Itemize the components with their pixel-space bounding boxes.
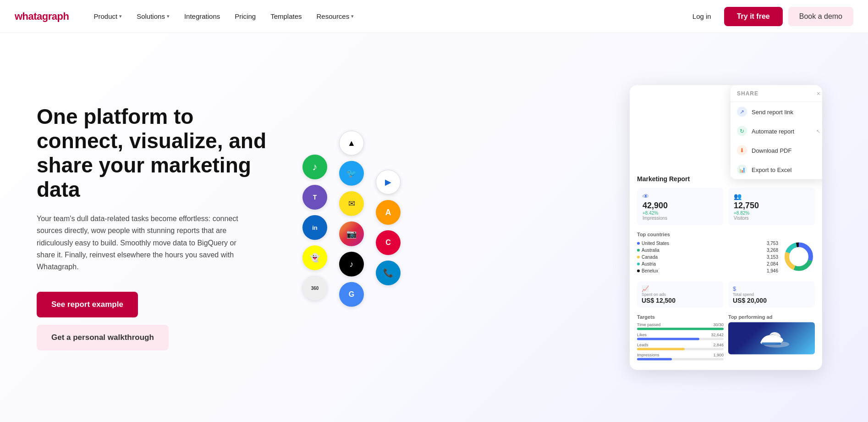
icons-column-1: ♪ T in 👻 360: [302, 155, 327, 300]
bing-icon: ▶: [376, 170, 401, 194]
navbar: whatagraph Product ▾ Solutions ▾ Integra…: [0, 0, 868, 33]
ads-icon: 📈: [642, 285, 719, 292]
hero-visual: ♪ T in 👻 360 ▲ 🐦 ✉ 📷 ♪ G ▶ A C 📞: [275, 90, 831, 365]
visitors-icon: 👥: [734, 193, 809, 200]
visitors-label: Visitors: [734, 216, 809, 221]
total-spend-value: US$ 20,000: [733, 297, 810, 304]
visitors-change: +8.82%: [734, 211, 809, 216]
threads-icon: T: [302, 185, 327, 210]
login-button[interactable]: Log in: [685, 9, 719, 24]
instagram-icon: 📷: [339, 222, 364, 246]
export-excel-item[interactable]: 📊 Export to Excel: [731, 160, 822, 179]
mailchimp-icon: ✉: [339, 191, 364, 216]
hero-text: One platform to connect, visualize, and …: [37, 105, 275, 350]
logo360-icon: 360: [302, 276, 327, 300]
countries-section-title: Top countries: [637, 232, 815, 237]
eye-icon: 👁: [643, 193, 718, 200]
bottom-row: Targets Time passed 30/30 Likes 32,64: [637, 314, 815, 363]
automate-report-item[interactable]: ↻ Automate report ↖: [731, 122, 822, 141]
snapchat-icon: 👻: [302, 245, 327, 270]
nav-templates[interactable]: Templates: [264, 9, 308, 24]
google-icon: G: [339, 282, 364, 307]
hero-description: Your team's dull data-related tasks beco…: [37, 213, 257, 273]
see-report-button[interactable]: See report example: [37, 292, 138, 317]
nav-pricing[interactable]: Pricing: [228, 9, 262, 24]
country-row: United States 3,753: [637, 241, 778, 246]
metrics-row: 👁 42,900 +8.42% Impressions 👥 12,750 +8.…: [637, 188, 815, 225]
automate-icon: ↻: [737, 126, 747, 136]
icons-column-3: ▶ A C 📞: [376, 170, 401, 285]
total-icon: $: [733, 285, 810, 292]
nav-product[interactable]: Product ▾: [87, 9, 128, 24]
country-row: Benelux 1,946: [637, 268, 778, 273]
pdf-icon: ⬇: [737, 145, 747, 155]
share-panel-title: SHARE: [737, 90, 758, 97]
phone-icon: 📞: [376, 261, 401, 285]
share-panel: SHARE × ↗ Send report link ↻ Automate re…: [731, 85, 822, 179]
spend-ads-value: US$ 12,500: [642, 297, 719, 304]
icons-column-2: ▲ 🐦 ✉ 📷 ♪ G: [339, 131, 364, 307]
visitors-metric: 👥 12,750 +8.82% Visitors: [728, 188, 815, 225]
nav-links: Product ▾ Solutions ▾ Integrations Prici…: [87, 9, 685, 24]
chevron-down-icon: ▾: [167, 13, 170, 19]
target-bar-leads: Leads 2,846: [637, 343, 724, 350]
nav-resources[interactable]: Resources ▾: [310, 9, 361, 24]
country-row: Australia 3,268: [637, 248, 778, 253]
top-ad-image: [728, 322, 815, 355]
shoe-svg: [753, 327, 790, 350]
share-link-icon: ↗: [737, 107, 747, 117]
visitors-value: 12,750: [734, 201, 809, 211]
book-demo-button[interactable]: Book a demo: [788, 7, 853, 26]
countries-row: United States 3,753 Australia 3,268 Cana…: [637, 241, 815, 275]
targets-title: Targets: [637, 314, 724, 320]
chevron-down-icon: ▾: [351, 13, 354, 19]
download-pdf-item[interactable]: ⬇ Download PDF: [731, 141, 822, 160]
logo[interactable]: whatagraph: [15, 11, 69, 22]
share-header: SHARE ×: [731, 85, 822, 102]
google-ads-icon: ▲: [339, 131, 364, 155]
country-row: Canada 3,153: [637, 255, 778, 260]
send-report-link-item[interactable]: ↗ Send report link: [731, 102, 822, 122]
target-bar-likes: Likes 32,642: [637, 333, 724, 340]
hero-section: One platform to connect, visualize, and …: [0, 33, 868, 422]
countries-list: United States 3,753 Australia 3,268 Cana…: [637, 241, 778, 275]
nav-solutions[interactable]: Solutions ▾: [130, 9, 176, 24]
criteo-icon: C: [376, 230, 401, 255]
chevron-down-icon: ▾: [119, 13, 122, 19]
spend-ads-box: 📈 Spent on ads US$ 12,500: [637, 282, 724, 308]
twitter-icon: 🐦: [339, 161, 364, 186]
nav-integrations[interactable]: Integrations: [178, 9, 226, 24]
try-free-button[interactable]: Try it free: [724, 7, 783, 26]
country-row: Austria 2,084: [637, 261, 778, 267]
linkedin-icon: in: [302, 215, 327, 240]
walkthrough-button[interactable]: Get a personal walkthrough: [37, 325, 169, 350]
excel-icon: 📊: [737, 165, 747, 175]
tiktok-icon: ♪: [339, 252, 364, 277]
nav-right: Log in Try it free Book a demo: [685, 7, 853, 26]
amazon-icon: A: [376, 200, 401, 225]
svg-rect-7: [762, 343, 781, 345]
spotify-icon: ♪: [302, 155, 327, 179]
cursor-icon: ↖: [816, 128, 820, 134]
total-spend-box: $ Total spend US$ 20,000: [728, 282, 815, 308]
hero-buttons: See report example Get a personal walkth…: [37, 292, 275, 350]
spend-ads-label: Spent on ads: [642, 292, 719, 297]
dashboard-card: SHARE × ↗ Send report link ↻ Automate re…: [630, 85, 822, 370]
close-icon[interactable]: ×: [817, 90, 820, 97]
donut-chart: [783, 241, 815, 273]
total-spend-label: Total spend: [733, 292, 810, 297]
target-bar-impressions: Impressions 1,900: [637, 353, 724, 361]
hero-title: One platform to connect, visualize, and …: [37, 105, 275, 202]
impressions-change: +8.42%: [643, 211, 718, 216]
impressions-label: Impressions: [643, 216, 718, 221]
impressions-value: 42,900: [643, 201, 718, 211]
spend-row: 📈 Spent on ads US$ 12,500 $ Total spend …: [637, 282, 815, 308]
target-bar-time: Time passed 30/30: [637, 322, 724, 330]
impressions-metric: 👁 42,900 +8.42% Impressions: [637, 188, 724, 225]
targets-box: Targets Time passed 30/30 Likes 32,64: [637, 314, 724, 363]
report-content: Marketing Report 👁 42,900 +8.42% Impress…: [630, 168, 822, 370]
top-ad-title: Top performing ad: [728, 314, 815, 320]
top-ad-box: Top performing ad: [728, 314, 815, 363]
